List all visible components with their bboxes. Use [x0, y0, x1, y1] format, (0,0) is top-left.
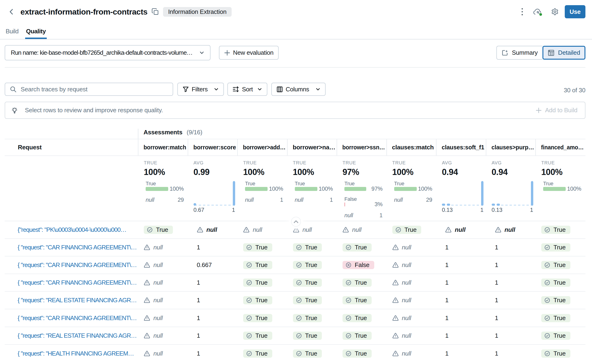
- add-to-build-button[interactable]: Add to Build: [536, 107, 578, 114]
- request-link[interactable]: { "request": "CAR FINANCING AGREEMENT\…: [18, 314, 137, 322]
- null-value: null: [243, 226, 262, 234]
- result-count: 30 of 30: [564, 87, 585, 94]
- agg-value: 100%: [541, 168, 581, 177]
- overflow-menu-button[interactable]: [521, 8, 523, 16]
- column-header[interactable]: financed_amo…: [535, 139, 585, 156]
- check-circle-icon: [396, 227, 401, 233]
- assessment-cell: True: [237, 345, 287, 362]
- null-value: null: [343, 226, 362, 234]
- mini-bar-entry: True97%: [345, 182, 383, 191]
- assessment-cell: 1: [188, 274, 238, 291]
- columns-button[interactable]: Columns: [271, 83, 325, 96]
- use-button[interactable]: Use: [565, 5, 585, 18]
- column-header[interactable]: borrower:match: [138, 139, 188, 156]
- column-header[interactable]: clauses>purp…: [486, 139, 536, 156]
- table-row[interactable]: { "request": "CAR FINANCING AGREEMENT\…n…: [5, 274, 585, 292]
- agg-type: TRUE: [243, 160, 283, 165]
- table-row[interactable]: { "request": "CAR FINANCING AGREEMENT\…n…: [5, 239, 585, 256]
- badge-label: True: [305, 244, 317, 251]
- check-circle-icon: [247, 280, 252, 285]
- tab-build[interactable]: Build: [5, 24, 20, 39]
- histogram-bar: [481, 181, 483, 206]
- histogram-axis: 0.131: [492, 207, 533, 213]
- badge-label: True: [553, 244, 566, 251]
- copy-icon[interactable]: [152, 8, 159, 15]
- assessment-cell: null: [138, 327, 188, 344]
- assessment-cell: True: [237, 239, 287, 256]
- agg-value: 100%: [243, 168, 283, 177]
- numeric-value: 1: [197, 314, 200, 322]
- search-input[interactable]: [21, 86, 168, 93]
- column-header[interactable]: borrower>na…: [287, 139, 337, 156]
- assessment-cell: True: [237, 292, 287, 309]
- settings-button[interactable]: [551, 8, 559, 15]
- check-circle-icon: [296, 333, 302, 338]
- true-badge: True: [392, 226, 422, 234]
- column-header-label: borrower>na…: [293, 144, 335, 151]
- request-link[interactable]: { "request": "CAR FINANCING AGREEMENT\…: [18, 261, 137, 269]
- tab-quality[interactable]: Quality: [25, 24, 47, 39]
- table-row[interactable]: { "request": "REAL ESTATE FINANCING AGR……: [5, 327, 585, 345]
- warning-icon: [392, 351, 399, 357]
- view-summary-button[interactable]: Summary: [496, 46, 542, 60]
- assessment-cell: True: [535, 274, 585, 291]
- table-row[interactable]: { "request": "CAR FINANCING AGREEMENT\…n…: [5, 309, 585, 327]
- mini-null-count: 1: [379, 213, 383, 218]
- assessment-cell: True: [237, 256, 287, 273]
- assessment-cell: null: [436, 221, 486, 238]
- column-header-label: borrower:match: [143, 144, 186, 151]
- view-detailed-button[interactable]: Detailed: [542, 46, 585, 60]
- numeric-value: 1: [495, 261, 498, 269]
- check-circle-icon: [247, 351, 252, 356]
- request-link[interactable]: { "request": "REAL ESTATE FINANCING AGR…: [18, 332, 137, 339]
- column-header-label: borrower>ssn…: [342, 144, 385, 151]
- endpoint-status-button[interactable]: [533, 8, 541, 15]
- column-header[interactable]: borrower>ssn…: [337, 139, 386, 156]
- column-header[interactable]: clauses:match: [386, 139, 436, 156]
- badge-label: True: [255, 279, 267, 286]
- filters-button[interactable]: Filters: [177, 83, 224, 96]
- mini-bar-value: 100%: [567, 187, 581, 191]
- null-value: null: [445, 226, 465, 234]
- run-select[interactable]: Run name: kie-base-model-bfb7265d_archik…: [5, 45, 210, 60]
- button-label: New evaluation: [233, 49, 273, 56]
- check-circle-icon: [247, 333, 252, 338]
- badge-label: True: [355, 314, 367, 322]
- column-header[interactable]: clauses:soft_f1: [436, 139, 486, 156]
- request-link[interactable]: { "request": "HEALTH FINANCING AGREEM…: [18, 350, 134, 357]
- null-value: null: [495, 226, 515, 234]
- true-badge: True: [293, 279, 322, 287]
- back-button[interactable]: [5, 6, 18, 17]
- request-link[interactable]: { "request": "CAR FINANCING AGREEMENT\…: [18, 279, 137, 286]
- mini-bar-chart: True100%: [541, 182, 581, 191]
- mini-bar-entry: True100%: [295, 182, 333, 191]
- check-circle-icon: [296, 351, 302, 356]
- new-evaluation-button[interactable]: New evaluation: [219, 46, 279, 60]
- request-link[interactable]: { "request": "CAR FINANCING AGREEMENT\…: [18, 244, 137, 251]
- search-box[interactable]: [5, 83, 173, 96]
- assessments-count: (9/16): [187, 129, 202, 136]
- request-link[interactable]: {"request": "PK\u0003\u0004-\u0000\u000…: [18, 226, 126, 234]
- numeric-value: 1: [197, 297, 200, 304]
- column-header[interactable]: borrower>add…: [237, 139, 287, 156]
- assessment-cell: null: [138, 239, 188, 256]
- page: extract-information-from-contracts Infor…: [0, 0, 592, 364]
- mini-null-row: null1: [295, 197, 333, 203]
- badge-label: True: [305, 350, 317, 357]
- check-circle-icon: [346, 280, 351, 285]
- table-row[interactable]: { "request": "HEALTH FINANCING AGREEM…nu…: [5, 345, 585, 362]
- numeric-value: 1: [197, 244, 200, 251]
- table-row[interactable]: { "request": "REAL ESTATE FINANCING AGR……: [5, 292, 585, 309]
- column-header-request[interactable]: Request: [5, 139, 138, 156]
- true-badge: True: [541, 296, 570, 304]
- assessment-cell: null: [386, 274, 436, 291]
- null-label: null: [253, 226, 262, 234]
- sort-button[interactable]: Sort: [228, 83, 267, 96]
- request-link[interactable]: { "request": "REAL ESTATE FINANCING AGR…: [18, 297, 137, 304]
- column-header[interactable]: borrower:score: [188, 139, 238, 156]
- collapse-stats-button[interactable]: [291, 217, 301, 227]
- check-circle-icon: [296, 298, 302, 303]
- table-row[interactable]: { "request": "CAR FINANCING AGREEMENT\…n…: [5, 256, 585, 274]
- column-header-label: clauses:match: [392, 144, 434, 151]
- numeric-value: 1: [445, 279, 449, 286]
